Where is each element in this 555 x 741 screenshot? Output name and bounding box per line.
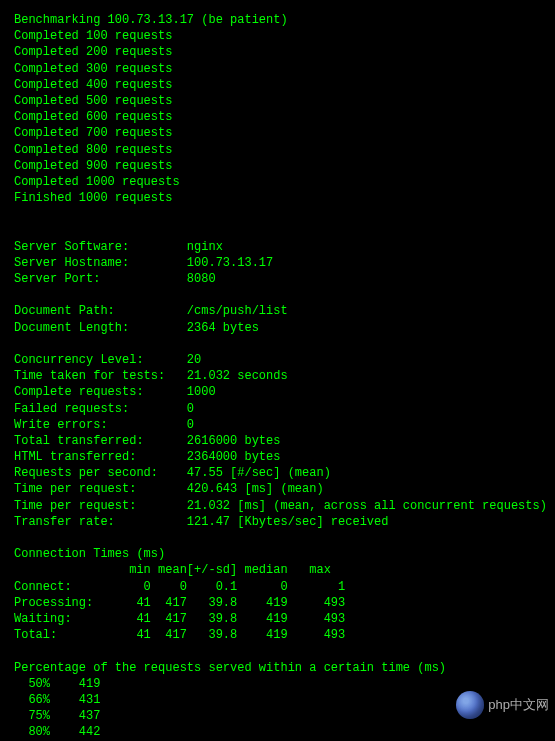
progress-line: Completed 500 requests	[14, 93, 543, 109]
stat-line: Document Path: /cms/push/list	[14, 303, 543, 319]
progress-line: Completed 400 requests	[14, 77, 543, 93]
benchmark-progress-block: Benchmarking 100.73.13.17 (be patient)Co…	[14, 12, 543, 206]
stat-line: Server Port: 8080	[14, 271, 543, 287]
progress-line: Completed 700 requests	[14, 125, 543, 141]
progress-line: Completed 300 requests	[14, 61, 543, 77]
terminal-output: Benchmarking 100.73.13.17 (be patient)Co…	[14, 12, 543, 741]
blank-line	[14, 206, 543, 222]
progress-line: Completed 800 requests	[14, 142, 543, 158]
progress-line: Benchmarking 100.73.13.17 (be patient)	[14, 12, 543, 28]
stat-line: Transfer rate: 121.47 [Kbytes/sec] recei…	[14, 514, 543, 530]
stat-line: Time taken for tests: 21.032 seconds	[14, 368, 543, 384]
blank-line	[14, 222, 543, 238]
watermark-text: php中文网	[488, 696, 549, 714]
blank-line	[14, 643, 543, 659]
stat-line: Server Software: nginx	[14, 239, 543, 255]
php-logo-icon	[456, 691, 484, 719]
pct-line: 50% 419	[14, 676, 543, 692]
watermark: php中文网	[456, 691, 549, 719]
stat-line	[14, 336, 543, 352]
progress-line: Completed 100 requests	[14, 28, 543, 44]
pct-line: 80% 442	[14, 724, 543, 740]
progress-line: Completed 900 requests	[14, 158, 543, 174]
progress-line: Completed 600 requests	[14, 109, 543, 125]
conn-line: Processing: 41 417 39.8 419 493	[14, 595, 543, 611]
benchmark-stats-block: Server Software: nginxServer Hostname: 1…	[14, 239, 543, 530]
conn-line: Total: 41 417 39.8 419 493	[14, 627, 543, 643]
connection-times-block: Connection Times (ms) min mean[+/-sd] me…	[14, 546, 543, 643]
blank-line	[14, 530, 543, 546]
stat-line: Concurrency Level: 20	[14, 352, 543, 368]
pct-line: Percentage of the requests served within…	[14, 660, 543, 676]
stat-line: Write errors: 0	[14, 417, 543, 433]
conn-line: Waiting: 41 417 39.8 419 493	[14, 611, 543, 627]
progress-line: Finished 1000 requests	[14, 190, 543, 206]
stat-line	[14, 287, 543, 303]
progress-line: Completed 200 requests	[14, 44, 543, 60]
stat-line: Time per request: 21.032 [ms] (mean, acr…	[14, 498, 543, 514]
stat-line: Total transferred: 2616000 bytes	[14, 433, 543, 449]
stat-line: Time per request: 420.643 [ms] (mean)	[14, 481, 543, 497]
progress-line: Completed 1000 requests	[14, 174, 543, 190]
conn-line: min mean[+/-sd] median max	[14, 562, 543, 578]
stat-line: HTML transferred: 2364000 bytes	[14, 449, 543, 465]
stat-line: Requests per second: 47.55 [#/sec] (mean…	[14, 465, 543, 481]
stat-line: Document Length: 2364 bytes	[14, 320, 543, 336]
conn-line: Connect: 0 0 0.1 0 1	[14, 579, 543, 595]
conn-line: Connection Times (ms)	[14, 546, 543, 562]
stat-line: Failed requests: 0	[14, 401, 543, 417]
stat-line: Server Hostname: 100.73.13.17	[14, 255, 543, 271]
stat-line: Complete requests: 1000	[14, 384, 543, 400]
